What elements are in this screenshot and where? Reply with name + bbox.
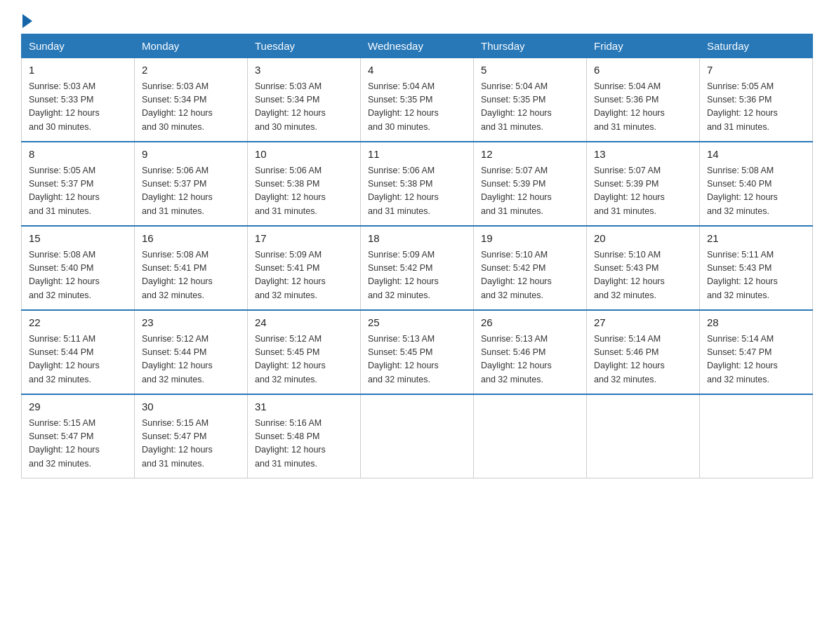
calendar-week-1: 1 Sunrise: 5:03 AM Sunset: 5:33 PM Dayli… — [22, 58, 813, 142]
day-number: 9 — [142, 147, 240, 163]
day-number: 3 — [255, 62, 353, 79]
day-number: 13 — [594, 147, 692, 163]
day-number: 14 — [707, 147, 805, 163]
calendar-cell: 24 Sunrise: 5:12 AM Sunset: 5:45 PM Dayl… — [248, 310, 361, 394]
day-info: Sunrise: 5:15 AM Sunset: 5:47 PM Dayligh… — [142, 417, 240, 471]
day-number: 30 — [142, 399, 240, 415]
calendar-cell: 1 Sunrise: 5:03 AM Sunset: 5:33 PM Dayli… — [22, 58, 135, 142]
day-info: Sunrise: 5:03 AM Sunset: 5:33 PM Dayligh… — [29, 80, 127, 135]
column-header-saturday: Saturday — [700, 34, 813, 58]
day-info: Sunrise: 5:14 AM Sunset: 5:46 PM Dayligh… — [594, 333, 692, 387]
day-number: 17 — [255, 231, 353, 247]
calendar-week-2: 8 Sunrise: 5:05 AM Sunset: 5:37 PM Dayli… — [22, 142, 813, 226]
calendar-week-4: 22 Sunrise: 5:11 AM Sunset: 5:44 PM Dayl… — [22, 310, 813, 394]
day-info: Sunrise: 5:08 AM Sunset: 5:40 PM Dayligh… — [29, 248, 127, 303]
day-info: Sunrise: 5:04 AM Sunset: 5:36 PM Dayligh… — [594, 80, 692, 135]
calendar-cell: 7 Sunrise: 5:05 AM Sunset: 5:36 PM Dayli… — [700, 58, 813, 142]
header-row: SundayMondayTuesdayWednesdayThursdayFrid… — [22, 34, 813, 58]
day-info: Sunrise: 5:06 AM Sunset: 5:38 PM Dayligh… — [255, 164, 353, 219]
calendar-cell: 19 Sunrise: 5:10 AM Sunset: 5:42 PM Dayl… — [474, 226, 587, 310]
calendar-cell: 10 Sunrise: 5:06 AM Sunset: 5:38 PM Dayl… — [248, 142, 361, 226]
day-info: Sunrise: 5:10 AM Sunset: 5:43 PM Dayligh… — [594, 248, 692, 303]
calendar-cell: 14 Sunrise: 5:08 AM Sunset: 5:40 PM Dayl… — [700, 142, 813, 226]
calendar-cell — [700, 394, 813, 478]
day-info: Sunrise: 5:07 AM Sunset: 5:39 PM Dayligh… — [481, 164, 579, 219]
day-number: 4 — [368, 62, 466, 79]
day-number: 24 — [255, 315, 353, 331]
day-number: 6 — [594, 62, 692, 79]
day-number: 11 — [368, 147, 466, 163]
calendar-cell: 16 Sunrise: 5:08 AM Sunset: 5:41 PM Dayl… — [135, 226, 248, 310]
day-info: Sunrise: 5:11 AM Sunset: 5:44 PM Dayligh… — [29, 333, 127, 387]
column-header-friday: Friday — [587, 34, 700, 58]
day-info: Sunrise: 5:08 AM Sunset: 5:40 PM Dayligh… — [707, 164, 805, 219]
calendar-cell: 6 Sunrise: 5:04 AM Sunset: 5:36 PM Dayli… — [587, 58, 700, 142]
calendar-cell: 9 Sunrise: 5:06 AM Sunset: 5:37 PM Dayli… — [135, 142, 248, 226]
day-number: 28 — [707, 315, 805, 331]
page-header — [21, 14, 813, 27]
day-number: 15 — [29, 231, 127, 247]
day-info: Sunrise: 5:14 AM Sunset: 5:47 PM Dayligh… — [707, 333, 805, 387]
day-number: 27 — [594, 315, 692, 331]
calendar-cell: 27 Sunrise: 5:14 AM Sunset: 5:46 PM Dayl… — [587, 310, 700, 394]
day-info: Sunrise: 5:12 AM Sunset: 5:44 PM Dayligh… — [142, 333, 240, 387]
day-info: Sunrise: 5:09 AM Sunset: 5:42 PM Dayligh… — [368, 248, 466, 303]
calendar-cell: 31 Sunrise: 5:16 AM Sunset: 5:48 PM Dayl… — [248, 394, 361, 478]
calendar-cell: 11 Sunrise: 5:06 AM Sunset: 5:38 PM Dayl… — [361, 142, 474, 226]
day-info: Sunrise: 5:11 AM Sunset: 5:43 PM Dayligh… — [707, 248, 805, 303]
day-info: Sunrise: 5:06 AM Sunset: 5:38 PM Dayligh… — [368, 164, 466, 219]
day-number: 5 — [481, 62, 579, 79]
day-info: Sunrise: 5:07 AM Sunset: 5:39 PM Dayligh… — [594, 164, 692, 219]
logo-arrow-icon — [22, 14, 32, 28]
day-number: 8 — [29, 147, 127, 163]
calendar-cell: 13 Sunrise: 5:07 AM Sunset: 5:39 PM Dayl… — [587, 142, 700, 226]
day-number: 22 — [29, 315, 127, 331]
day-info: Sunrise: 5:03 AM Sunset: 5:34 PM Dayligh… — [255, 80, 353, 135]
day-number: 1 — [29, 62, 127, 79]
calendar-week-3: 15 Sunrise: 5:08 AM Sunset: 5:40 PM Dayl… — [22, 226, 813, 310]
calendar-cell: 26 Sunrise: 5:13 AM Sunset: 5:46 PM Dayl… — [474, 310, 587, 394]
calendar-cell: 2 Sunrise: 5:03 AM Sunset: 5:34 PM Dayli… — [135, 58, 248, 142]
calendar-cell: 20 Sunrise: 5:10 AM Sunset: 5:43 PM Dayl… — [587, 226, 700, 310]
calendar-cell: 15 Sunrise: 5:08 AM Sunset: 5:40 PM Dayl… — [22, 226, 135, 310]
calendar-table: SundayMondayTuesdayWednesdayThursdayFrid… — [21, 34, 813, 478]
day-number: 18 — [368, 231, 466, 247]
calendar-cell: 30 Sunrise: 5:15 AM Sunset: 5:47 PM Dayl… — [135, 394, 248, 478]
column-header-monday: Monday — [135, 34, 248, 58]
calendar-cell: 12 Sunrise: 5:07 AM Sunset: 5:39 PM Dayl… — [474, 142, 587, 226]
column-header-thursday: Thursday — [474, 34, 587, 58]
day-info: Sunrise: 5:13 AM Sunset: 5:46 PM Dayligh… — [481, 333, 579, 387]
calendar-cell: 22 Sunrise: 5:11 AM Sunset: 5:44 PM Dayl… — [22, 310, 135, 394]
calendar-cell: 23 Sunrise: 5:12 AM Sunset: 5:44 PM Dayl… — [135, 310, 248, 394]
calendar-cell: 25 Sunrise: 5:13 AM Sunset: 5:45 PM Dayl… — [361, 310, 474, 394]
day-number: 10 — [255, 147, 353, 163]
day-info: Sunrise: 5:05 AM Sunset: 5:37 PM Dayligh… — [29, 164, 127, 219]
calendar-cell — [587, 394, 700, 478]
column-header-wednesday: Wednesday — [361, 34, 474, 58]
column-header-sunday: Sunday — [22, 34, 135, 58]
column-header-tuesday: Tuesday — [248, 34, 361, 58]
calendar-cell — [474, 394, 587, 478]
day-info: Sunrise: 5:04 AM Sunset: 5:35 PM Dayligh… — [368, 80, 466, 135]
day-info: Sunrise: 5:10 AM Sunset: 5:42 PM Dayligh… — [481, 248, 579, 303]
calendar-cell: 28 Sunrise: 5:14 AM Sunset: 5:47 PM Dayl… — [700, 310, 813, 394]
day-info: Sunrise: 5:09 AM Sunset: 5:41 PM Dayligh… — [255, 248, 353, 303]
day-number: 31 — [255, 399, 353, 415]
day-number: 19 — [481, 231, 579, 247]
day-number: 16 — [142, 231, 240, 247]
calendar-cell: 4 Sunrise: 5:04 AM Sunset: 5:35 PM Dayli… — [361, 58, 474, 142]
day-info: Sunrise: 5:16 AM Sunset: 5:48 PM Dayligh… — [255, 417, 353, 471]
day-info: Sunrise: 5:04 AM Sunset: 5:35 PM Dayligh… — [481, 80, 579, 135]
calendar-cell: 29 Sunrise: 5:15 AM Sunset: 5:47 PM Dayl… — [22, 394, 135, 478]
day-info: Sunrise: 5:05 AM Sunset: 5:36 PM Dayligh… — [707, 80, 805, 135]
day-info: Sunrise: 5:03 AM Sunset: 5:34 PM Dayligh… — [142, 80, 240, 135]
day-info: Sunrise: 5:12 AM Sunset: 5:45 PM Dayligh… — [255, 333, 353, 387]
calendar-cell: 3 Sunrise: 5:03 AM Sunset: 5:34 PM Dayli… — [248, 58, 361, 142]
day-number: 23 — [142, 315, 240, 331]
day-number: 29 — [29, 399, 127, 415]
day-number: 21 — [707, 231, 805, 247]
day-info: Sunrise: 5:13 AM Sunset: 5:45 PM Dayligh… — [368, 333, 466, 387]
calendar-cell: 21 Sunrise: 5:11 AM Sunset: 5:43 PM Dayl… — [700, 226, 813, 310]
logo-text — [21, 14, 34, 28]
calendar-cell: 5 Sunrise: 5:04 AM Sunset: 5:35 PM Dayli… — [474, 58, 587, 142]
